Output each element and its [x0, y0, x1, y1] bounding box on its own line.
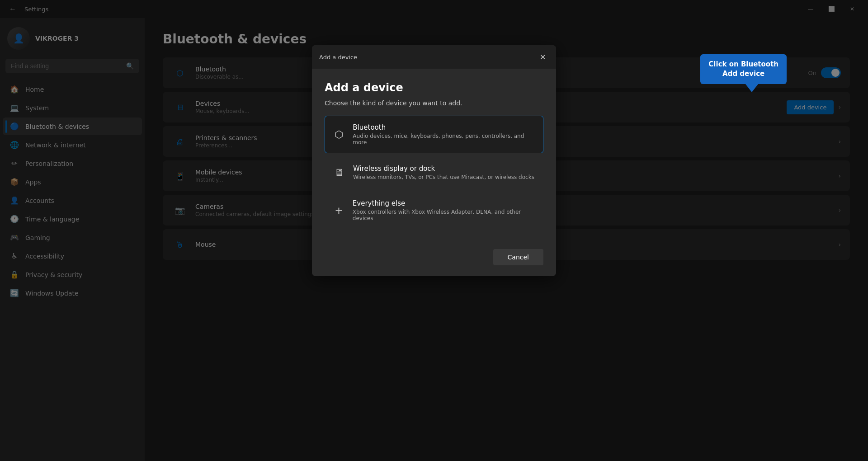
option-text-bluetooth-opt: Bluetooth Audio devices, mice, keyboards… — [353, 123, 536, 146]
annotation-line1: Click on Bluetooth — [708, 60, 778, 68]
device-option-wireless-opt[interactable]: 🖥 Wireless display or dock Wireless moni… — [325, 157, 543, 188]
cancel-button[interactable]: Cancel — [493, 249, 543, 265]
option-desc-everything-opt: Xbox controllers with Xbox Wireless Adap… — [353, 209, 536, 221]
annotation-box: Click on Bluetooth Add device — [700, 54, 787, 84]
dialog-options-container: ⬡ Bluetooth Audio devices, mice, keyboar… — [325, 116, 543, 229]
device-option-everything-opt[interactable]: + Everything else Xbox controllers with … — [325, 192, 543, 229]
dialog-close-button[interactable]: ✕ — [536, 51, 549, 63]
option-desc-wireless-opt: Wireless monitors, TVs, or PCs that use … — [353, 174, 534, 180]
overlay[interactable]: Click on Bluetooth Add device Add a devi… — [0, 0, 868, 461]
dialog-titlebar: Add a device ✕ — [312, 45, 556, 69]
option-text-wireless-opt: Wireless display or dock Wireless monito… — [353, 165, 534, 180]
annotation-line2: Add device — [722, 70, 764, 78]
dialog-heading: Add a device — [325, 81, 543, 94]
option-icon-bluetooth-opt: ⬡ — [332, 129, 345, 140]
option-icon-wireless-opt: 🖥 — [332, 167, 346, 178]
dialog-body: Add a device Choose the kind of device y… — [312, 69, 556, 242]
dialog-title-text: Add a device — [319, 54, 357, 61]
option-icon-everything-opt: + — [332, 205, 345, 216]
option-text-everything-opt: Everything else Xbox controllers with Xb… — [353, 199, 536, 221]
dialog-footer: Cancel — [312, 242, 556, 276]
option-label-wireless-opt: Wireless display or dock — [353, 165, 534, 173]
device-option-bluetooth-opt[interactable]: ⬡ Bluetooth Audio devices, mice, keyboar… — [325, 116, 543, 153]
dialog-subtitle: Choose the kind of device you want to ad… — [325, 99, 543, 107]
add-device-dialog: Add a device ✕ Add a device Choose the k… — [312, 45, 556, 276]
annotation-container: Click on Bluetooth Add device — [700, 54, 787, 92]
option-label-everything-opt: Everything else — [353, 199, 536, 207]
option-label-bluetooth-opt: Bluetooth — [353, 123, 536, 132]
annotation-arrow — [745, 84, 758, 92]
option-desc-bluetooth-opt: Audio devices, mice, keyboards, phones, … — [353, 133, 536, 146]
